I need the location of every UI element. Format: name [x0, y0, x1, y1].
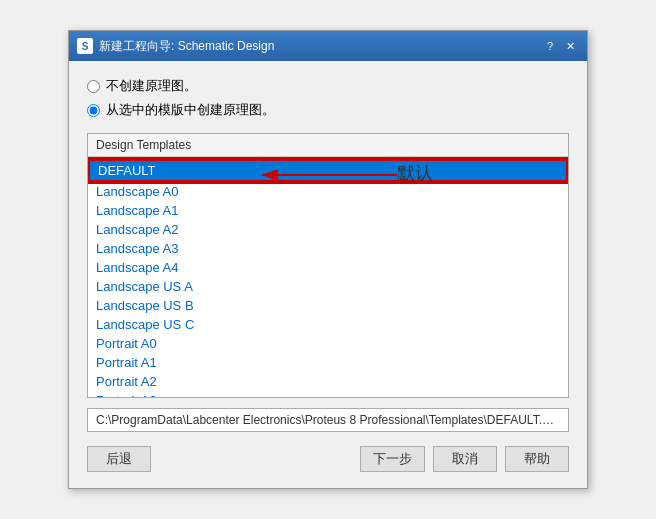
template-list-item[interactable]: Portrait A2 [88, 372, 568, 391]
template-list-item[interactable]: Portrait A1 [88, 353, 568, 372]
main-window: S 新建工程向导: Schematic Design ? ✕ 不创建原理图。 从… [68, 30, 588, 489]
title-controls: ? ✕ [541, 37, 579, 55]
template-panel: Design Templates DEFAULTLandscape A0Land… [87, 133, 569, 398]
template-list-item[interactable]: Landscape US A [88, 277, 568, 296]
template-list-item[interactable]: Landscape A2 [88, 220, 568, 239]
no-schematic-radio[interactable] [87, 80, 100, 93]
from-template-label: 从选中的模版中创建原理图。 [106, 101, 275, 119]
template-list-item[interactable]: Landscape US B [88, 296, 568, 315]
from-template-option[interactable]: 从选中的模版中创建原理图。 [87, 101, 569, 119]
template-list-item[interactable]: Landscape A1 [88, 201, 568, 220]
next-button[interactable]: 下一步 [360, 446, 425, 472]
close-button[interactable]: ✕ [561, 37, 579, 55]
title-bar-left: S 新建工程向导: Schematic Design [77, 38, 274, 55]
no-schematic-option[interactable]: 不创建原理图。 [87, 77, 569, 95]
template-list-item[interactable]: Landscape A0 [88, 182, 568, 201]
template-list-item[interactable]: Portrait A0 [88, 334, 568, 353]
template-list-item[interactable]: Landscape A3 [88, 239, 568, 258]
title-bar: S 新建工程向导: Schematic Design ? ✕ [69, 31, 587, 61]
no-schematic-label: 不创建原理图。 [106, 77, 197, 95]
window-icon: S [77, 38, 93, 54]
template-header: Design Templates [88, 134, 568, 157]
template-list-item[interactable]: Portrait A3 [88, 391, 568, 397]
template-list-item[interactable]: DEFAULT [88, 159, 568, 182]
btn-group-right: 下一步 取消 帮助 [360, 446, 569, 472]
help-button-title[interactable]: ? [541, 37, 559, 55]
from-template-radio[interactable] [87, 104, 100, 117]
template-list-item[interactable]: Landscape US C [88, 315, 568, 334]
filepath-bar: C:\ProgramData\Labcenter Electronics\Pro… [87, 408, 569, 432]
window-title: 新建工程向导: Schematic Design [99, 38, 274, 55]
back-button[interactable]: 后退 [87, 446, 151, 472]
button-row: 后退 下一步 取消 帮助 [87, 446, 569, 472]
template-list[interactable]: DEFAULTLandscape A0Landscape A1Landscape… [88, 157, 568, 397]
cancel-button[interactable]: 取消 [433, 446, 497, 472]
dialog-content: 不创建原理图。 从选中的模版中创建原理图。 Design Templates D… [69, 61, 587, 488]
radio-group: 不创建原理图。 从选中的模版中创建原理图。 [87, 77, 569, 119]
annotation-container: Design Templates DEFAULTLandscape A0Land… [87, 133, 569, 398]
template-list-item[interactable]: Landscape A4 [88, 258, 568, 277]
help-button[interactable]: 帮助 [505, 446, 569, 472]
